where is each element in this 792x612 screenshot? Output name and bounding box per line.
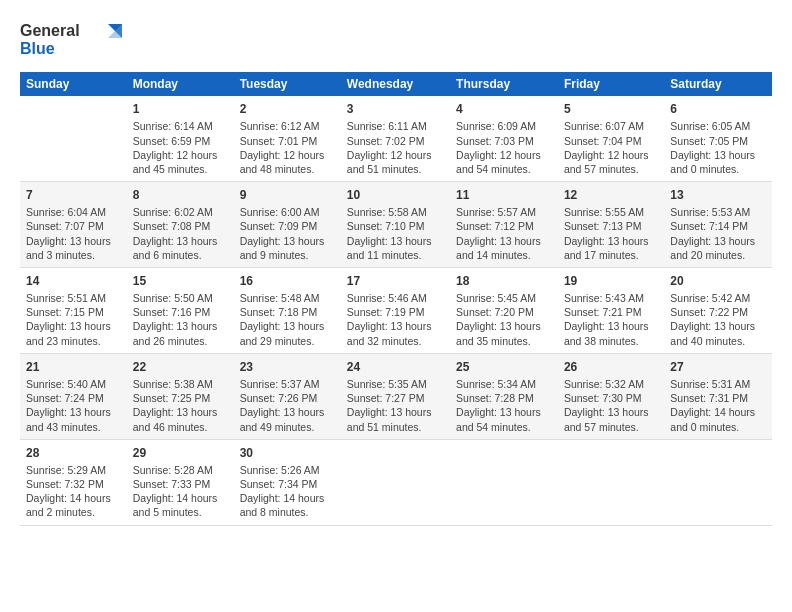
- cell-2-2: 8Sunrise: 6:02 AM Sunset: 7:08 PM Daylig…: [127, 182, 234, 268]
- column-header-saturday: Saturday: [664, 72, 772, 96]
- day-number: 26: [564, 359, 658, 375]
- logo: General Blue: [20, 16, 130, 62]
- cell-4-4: 24Sunrise: 5:35 AM Sunset: 7:27 PM Dayli…: [341, 353, 450, 439]
- day-info: Sunrise: 5:55 AM Sunset: 7:13 PM Dayligh…: [564, 205, 658, 262]
- week-row-4: 21Sunrise: 5:40 AM Sunset: 7:24 PM Dayli…: [20, 353, 772, 439]
- day-number: 5: [564, 101, 658, 117]
- day-number: 10: [347, 187, 444, 203]
- logo-text: General Blue: [20, 16, 130, 62]
- cell-3-2: 15Sunrise: 5:50 AM Sunset: 7:16 PM Dayli…: [127, 267, 234, 353]
- day-number: 24: [347, 359, 444, 375]
- day-number: 29: [133, 445, 228, 461]
- cell-3-7: 20Sunrise: 5:42 AM Sunset: 7:22 PM Dayli…: [664, 267, 772, 353]
- day-info: Sunrise: 5:53 AM Sunset: 7:14 PM Dayligh…: [670, 205, 766, 262]
- page: General Blue SundayMondayTuesdayWednesda…: [0, 0, 792, 542]
- day-info: Sunrise: 5:26 AM Sunset: 7:34 PM Dayligh…: [240, 463, 335, 520]
- cell-3-3: 16Sunrise: 5:48 AM Sunset: 7:18 PM Dayli…: [234, 267, 341, 353]
- day-info: Sunrise: 5:35 AM Sunset: 7:27 PM Dayligh…: [347, 377, 444, 434]
- svg-text:General: General: [20, 22, 80, 39]
- day-info: Sunrise: 5:46 AM Sunset: 7:19 PM Dayligh…: [347, 291, 444, 348]
- day-info: Sunrise: 6:00 AM Sunset: 7:09 PM Dayligh…: [240, 205, 335, 262]
- day-info: Sunrise: 5:32 AM Sunset: 7:30 PM Dayligh…: [564, 377, 658, 434]
- day-info: Sunrise: 6:09 AM Sunset: 7:03 PM Dayligh…: [456, 119, 552, 176]
- calendar-body: 1Sunrise: 6:14 AM Sunset: 6:59 PM Daylig…: [20, 96, 772, 525]
- cell-5-2: 29Sunrise: 5:28 AM Sunset: 7:33 PM Dayli…: [127, 439, 234, 525]
- cell-2-3: 9Sunrise: 6:00 AM Sunset: 7:09 PM Daylig…: [234, 182, 341, 268]
- week-row-1: 1Sunrise: 6:14 AM Sunset: 6:59 PM Daylig…: [20, 96, 772, 181]
- week-row-2: 7Sunrise: 6:04 AM Sunset: 7:07 PM Daylig…: [20, 182, 772, 268]
- cell-4-5: 25Sunrise: 5:34 AM Sunset: 7:28 PM Dayli…: [450, 353, 558, 439]
- day-info: Sunrise: 6:04 AM Sunset: 7:07 PM Dayligh…: [26, 205, 121, 262]
- svg-text:Blue: Blue: [20, 40, 55, 57]
- cell-1-4: 3Sunrise: 6:11 AM Sunset: 7:02 PM Daylig…: [341, 96, 450, 181]
- day-number: 16: [240, 273, 335, 289]
- day-number: 22: [133, 359, 228, 375]
- cell-2-4: 10Sunrise: 5:58 AM Sunset: 7:10 PM Dayli…: [341, 182, 450, 268]
- cell-1-2: 1Sunrise: 6:14 AM Sunset: 6:59 PM Daylig…: [127, 96, 234, 181]
- day-info: Sunrise: 6:11 AM Sunset: 7:02 PM Dayligh…: [347, 119, 444, 176]
- day-info: Sunrise: 5:58 AM Sunset: 7:10 PM Dayligh…: [347, 205, 444, 262]
- day-number: 27: [670, 359, 766, 375]
- day-info: Sunrise: 5:45 AM Sunset: 7:20 PM Dayligh…: [456, 291, 552, 348]
- day-number: 13: [670, 187, 766, 203]
- cell-2-6: 12Sunrise: 5:55 AM Sunset: 7:13 PM Dayli…: [558, 182, 664, 268]
- cell-4-6: 26Sunrise: 5:32 AM Sunset: 7:30 PM Dayli…: [558, 353, 664, 439]
- day-info: Sunrise: 5:42 AM Sunset: 7:22 PM Dayligh…: [670, 291, 766, 348]
- cell-1-7: 6Sunrise: 6:05 AM Sunset: 7:05 PM Daylig…: [664, 96, 772, 181]
- day-number: 11: [456, 187, 552, 203]
- day-number: 28: [26, 445, 121, 461]
- day-number: 2: [240, 101, 335, 117]
- cell-5-1: 28Sunrise: 5:29 AM Sunset: 7:32 PM Dayli…: [20, 439, 127, 525]
- day-info: Sunrise: 5:40 AM Sunset: 7:24 PM Dayligh…: [26, 377, 121, 434]
- day-number: 25: [456, 359, 552, 375]
- column-header-thursday: Thursday: [450, 72, 558, 96]
- day-number: 19: [564, 273, 658, 289]
- day-number: 14: [26, 273, 121, 289]
- day-info: Sunrise: 5:29 AM Sunset: 7:32 PM Dayligh…: [26, 463, 121, 520]
- day-number: 7: [26, 187, 121, 203]
- header: General Blue: [20, 16, 772, 62]
- cell-5-5: [450, 439, 558, 525]
- cell-3-5: 18Sunrise: 5:45 AM Sunset: 7:20 PM Dayli…: [450, 267, 558, 353]
- calendar-header: SundayMondayTuesdayWednesdayThursdayFrid…: [20, 72, 772, 96]
- day-number: 4: [456, 101, 552, 117]
- cell-1-3: 2Sunrise: 6:12 AM Sunset: 7:01 PM Daylig…: [234, 96, 341, 181]
- day-info: Sunrise: 5:43 AM Sunset: 7:21 PM Dayligh…: [564, 291, 658, 348]
- day-info: Sunrise: 5:50 AM Sunset: 7:16 PM Dayligh…: [133, 291, 228, 348]
- cell-5-6: [558, 439, 664, 525]
- cell-3-1: 14Sunrise: 5:51 AM Sunset: 7:15 PM Dayli…: [20, 267, 127, 353]
- day-number: 8: [133, 187, 228, 203]
- day-info: Sunrise: 6:05 AM Sunset: 7:05 PM Dayligh…: [670, 119, 766, 176]
- day-info: Sunrise: 6:07 AM Sunset: 7:04 PM Dayligh…: [564, 119, 658, 176]
- day-number: 9: [240, 187, 335, 203]
- column-header-monday: Monday: [127, 72, 234, 96]
- day-number: 20: [670, 273, 766, 289]
- calendar-table: SundayMondayTuesdayWednesdayThursdayFrid…: [20, 72, 772, 525]
- day-number: 30: [240, 445, 335, 461]
- cell-2-1: 7Sunrise: 6:04 AM Sunset: 7:07 PM Daylig…: [20, 182, 127, 268]
- cell-5-4: [341, 439, 450, 525]
- column-header-tuesday: Tuesday: [234, 72, 341, 96]
- cell-4-3: 23Sunrise: 5:37 AM Sunset: 7:26 PM Dayli…: [234, 353, 341, 439]
- day-number: 3: [347, 101, 444, 117]
- week-row-3: 14Sunrise: 5:51 AM Sunset: 7:15 PM Dayli…: [20, 267, 772, 353]
- cell-1-6: 5Sunrise: 6:07 AM Sunset: 7:04 PM Daylig…: [558, 96, 664, 181]
- day-info: Sunrise: 5:37 AM Sunset: 7:26 PM Dayligh…: [240, 377, 335, 434]
- day-number: 17: [347, 273, 444, 289]
- day-info: Sunrise: 6:14 AM Sunset: 6:59 PM Dayligh…: [133, 119, 228, 176]
- cell-5-3: 30Sunrise: 5:26 AM Sunset: 7:34 PM Dayli…: [234, 439, 341, 525]
- day-number: 12: [564, 187, 658, 203]
- column-header-friday: Friday: [558, 72, 664, 96]
- day-info: Sunrise: 6:12 AM Sunset: 7:01 PM Dayligh…: [240, 119, 335, 176]
- day-number: 15: [133, 273, 228, 289]
- week-row-5: 28Sunrise: 5:29 AM Sunset: 7:32 PM Dayli…: [20, 439, 772, 525]
- day-number: 18: [456, 273, 552, 289]
- day-number: 1: [133, 101, 228, 117]
- header-row: SundayMondayTuesdayWednesdayThursdayFrid…: [20, 72, 772, 96]
- cell-1-5: 4Sunrise: 6:09 AM Sunset: 7:03 PM Daylig…: [450, 96, 558, 181]
- cell-1-1: [20, 96, 127, 181]
- day-info: Sunrise: 5:51 AM Sunset: 7:15 PM Dayligh…: [26, 291, 121, 348]
- column-header-wednesday: Wednesday: [341, 72, 450, 96]
- cell-4-1: 21Sunrise: 5:40 AM Sunset: 7:24 PM Dayli…: [20, 353, 127, 439]
- cell-2-5: 11Sunrise: 5:57 AM Sunset: 7:12 PM Dayli…: [450, 182, 558, 268]
